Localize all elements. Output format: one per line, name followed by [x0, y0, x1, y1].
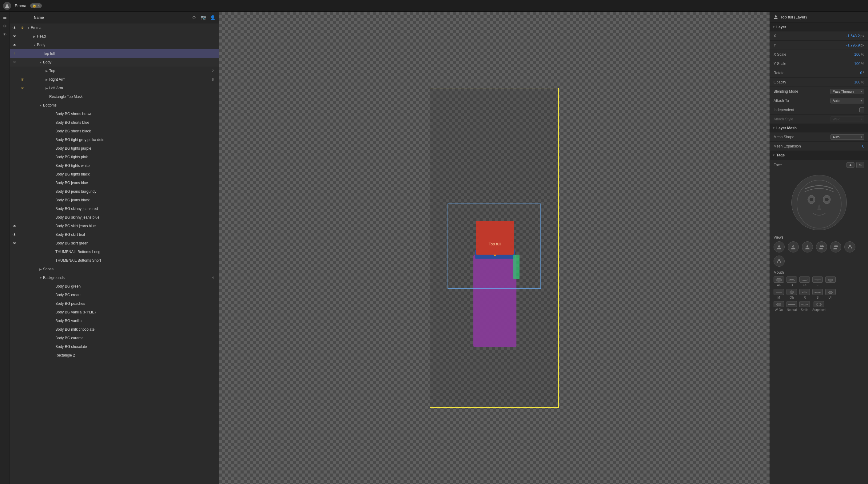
- layer-item-bg-skinny-blue[interactable]: Body BG skinny jeans blue: [10, 213, 219, 222]
- mouth-surprised[interactable]: Surprised: [812, 301, 826, 312]
- view-icon-1[interactable]: [774, 241, 785, 253]
- layer-vis-top[interactable]: [10, 66, 19, 75]
- layer-item-bg-skinny-red[interactable]: Body BG skinny jeans red: [10, 204, 219, 213]
- mouth-shape-s[interactable]: [812, 289, 823, 295]
- layer-item-bg-chocolate[interactable]: Body BG chocolate: [10, 342, 219, 351]
- layer-item-bg-tights-pink[interactable]: Body BG tights pink: [10, 153, 219, 161]
- view-icon-2[interactable]: [788, 241, 799, 253]
- layer-item-bg-green[interactable]: Body BG green: [10, 282, 219, 291]
- section-header-layer[interactable]: ▾ Layer: [770, 23, 868, 31]
- layer-vis-bottoms[interactable]: [10, 101, 19, 110]
- mouth-oh[interactable]: Oh: [786, 289, 797, 299]
- layer-arrow-backgrounds[interactable]: ▾: [38, 275, 43, 280]
- layer-item-top[interactable]: ▶ Top 2: [10, 66, 219, 75]
- mouth-shape-f[interactable]: [812, 277, 823, 283]
- prop-value-x[interactable]: -1,648.2: [846, 34, 860, 38]
- layer-arrow-body-root[interactable]: ▾: [32, 42, 37, 48]
- layer-item-backgrounds[interactable]: ▾ Backgrounds 4: [10, 274, 219, 282]
- mouth-shape-r[interactable]: [799, 289, 810, 295]
- layer-header-btn-3[interactable]: 👤: [210, 15, 216, 21]
- independent-checkbox[interactable]: [859, 108, 864, 112]
- mesh-shape-select[interactable]: Auto ▾: [831, 134, 864, 140]
- view-icon-6[interactable]: [844, 241, 856, 253]
- layers-icon[interactable]: ☰: [1, 13, 9, 21]
- mouth-f[interactable]: F: [812, 277, 823, 287]
- prop-value-xscale[interactable]: 100: [854, 52, 860, 57]
- mouth-shape-uh[interactable]: [825, 289, 836, 295]
- mouth-shape-smile[interactable]: [799, 301, 810, 307]
- layer-item-bg-skirt-green[interactable]: 👁Body BG skirt green: [10, 239, 219, 248]
- eye-icon[interactable]: 👁: [1, 31, 9, 38]
- view-icon-7[interactable]: [774, 256, 785, 267]
- layer-item-bg-peaches[interactable]: Body BG peaches: [10, 299, 219, 308]
- mouth-d[interactable]: D: [786, 277, 797, 287]
- layer-item-bg-vanilla[interactable]: Body BG vanilla: [10, 316, 219, 325]
- layer-item-body-sub[interactable]: 👁 ▾ Body: [10, 58, 219, 66]
- mouth-shape-neutral[interactable]: [786, 301, 797, 307]
- layer-vis-right-arm[interactable]: [10, 75, 19, 84]
- layer-vis-emma[interactable]: 👁: [10, 23, 19, 32]
- prop-value-y[interactable]: -1,796.9: [846, 43, 860, 48]
- mouth-r[interactable]: R: [799, 289, 810, 299]
- layer-arrow-top[interactable]: ▶: [44, 68, 49, 73]
- layer-arrow-head[interactable]: ▶: [32, 34, 37, 39]
- mouth-shape-m[interactable]: [774, 289, 784, 295]
- layer-arrow-emma[interactable]: ▾: [26, 25, 31, 30]
- layer-item-rect-top-mask[interactable]: Rectangle Top Mask: [10, 92, 219, 101]
- view-icon-4[interactable]: [816, 241, 827, 253]
- layer-vis-head[interactable]: 👁: [10, 32, 19, 40]
- layer-vis-body-root[interactable]: 👁: [10, 40, 19, 49]
- layer-arrow-body-sub[interactable]: ▾: [38, 60, 43, 65]
- mouth-shape-l[interactable]: [825, 277, 836, 283]
- layer-arrow-shoes[interactable]: ▶: [38, 267, 43, 272]
- settings-icon[interactable]: ⚙: [1, 22, 9, 30]
- mouth-aa[interactable]: Aa: [774, 277, 784, 287]
- layer-item-bottoms[interactable]: ▾ Bottoms: [10, 101, 219, 110]
- layer-item-bg-shorts-brown[interactable]: Body BG shorts brown: [10, 110, 219, 118]
- layer-item-bg-jeans-blue[interactable]: Body BG jeans blue: [10, 178, 219, 187]
- layer-item-bg-tights-white[interactable]: Body BG tights white: [10, 161, 219, 170]
- layer-item-bg-skirt-jeans[interactable]: 👁Body BG skirt jeans blue: [10, 222, 219, 230]
- layer-item-bg-tight-grey[interactable]: Body BG tight grey polka dots: [10, 136, 219, 144]
- section-header-tags[interactable]: ▾ Tags: [770, 151, 868, 160]
- layer-item-emma[interactable]: 👁 ♛ ▾ Emma: [10, 23, 219, 32]
- prop-value-yscale[interactable]: 100: [854, 62, 860, 66]
- layer-header-btn-2[interactable]: 📷: [200, 15, 207, 21]
- layer-item-bg-skirt-teal[interactable]: 👁Body BG skirt teal: [10, 230, 219, 239]
- mouth-w-oo[interactable]: W-Oo: [774, 301, 784, 312]
- layer-vis-rect-top-mask[interactable]: [10, 92, 19, 101]
- layer-item-bg-shorts-black[interactable]: Body BG shorts black: [10, 127, 219, 136]
- mouth-shape-aa[interactable]: [774, 277, 784, 283]
- layer-item-thumb-bottoms-short[interactable]: THUMBNAIL Bottoms Short: [10, 256, 219, 265]
- layer-vis-left-arm[interactable]: [10, 84, 19, 92]
- mouth-uh[interactable]: Uh: [825, 289, 836, 299]
- layer-item-bg-shorts-blue[interactable]: Body BG shorts blue: [10, 118, 219, 127]
- prop-value-opacity[interactable]: 100: [854, 80, 860, 84]
- mouth-neutral[interactable]: Neutral: [786, 301, 797, 312]
- layer-item-bg-tights-black[interactable]: Body BG tights black: [10, 170, 219, 178]
- mouth-shape-oh[interactable]: [786, 289, 797, 295]
- view-icon-5[interactable]: [830, 241, 841, 253]
- layer-item-thumb-bottoms-long[interactable]: THUMBNAIL Bottoms Long: [10, 248, 219, 256]
- prop-value-rotate[interactable]: 0: [860, 71, 863, 75]
- layer-item-bg-milk-choc[interactable]: Body BG milk chocolate: [10, 325, 219, 334]
- mouth-smile[interactable]: Smile: [799, 301, 810, 312]
- layer-item-bg-vanilla-rylie[interactable]: Body BG vanilla (RYLIE): [10, 308, 219, 316]
- layer-item-head[interactable]: 👁 ▶ Head: [10, 32, 219, 40]
- layer-item-shoes[interactable]: ▶ Shoes: [10, 265, 219, 274]
- layer-vis-top-full[interactable]: 👁: [10, 49, 19, 58]
- mouth-shape-w-oo[interactable]: [774, 301, 784, 307]
- prop-value-mesh-expansion[interactable]: 0: [862, 144, 864, 148]
- layer-item-rectangle-2[interactable]: Rectangle 2: [10, 351, 219, 360]
- mouth-l[interactable]: L: [825, 277, 836, 287]
- layer-item-top-full[interactable]: 👁 Top full: [10, 49, 219, 58]
- layer-item-bg-cream[interactable]: Body BG cream: [10, 291, 219, 299]
- layer-vis-body-sub[interactable]: 👁: [10, 58, 19, 66]
- tag-face-a-button[interactable]: A: [846, 162, 854, 168]
- attach-to-select[interactable]: Auto ▾: [831, 98, 864, 104]
- layer-item-body-root[interactable]: 👁 ▾ Body: [10, 40, 219, 49]
- mouth-ee[interactable]: Ee: [799, 277, 810, 287]
- layer-item-bg-tights-purple[interactable]: Body BG tights purple: [10, 144, 219, 153]
- layer-item-bg-jeans-burgundy[interactable]: Body BG jeans burgundy: [10, 187, 219, 196]
- layer-header-btn-1[interactable]: ⊙: [191, 15, 197, 21]
